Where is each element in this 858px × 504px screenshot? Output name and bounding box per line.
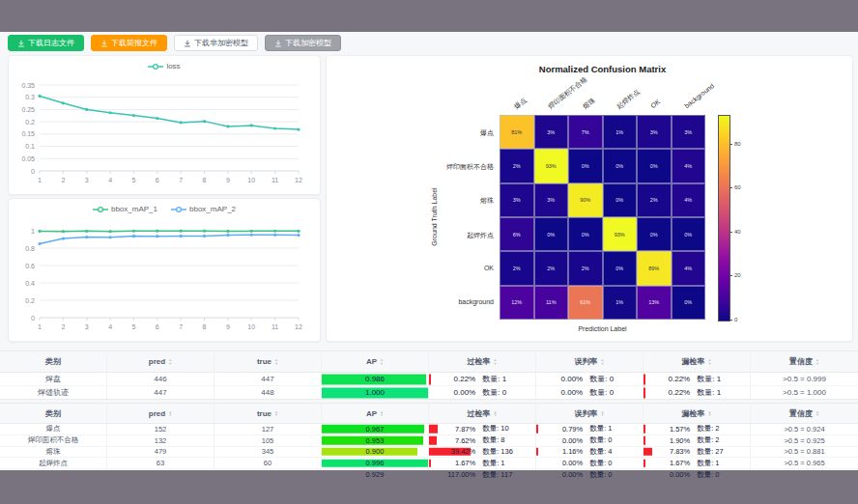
matrix-cell: 0% xyxy=(672,217,706,251)
count-value: 数量: 1 xyxy=(475,374,535,384)
sort-icon[interactable]: ▲▼ xyxy=(380,358,384,365)
sort-icon[interactable]: ▲▼ xyxy=(601,358,605,365)
column-header-pred[interactable]: pred▲▼ xyxy=(107,351,214,372)
rate-text: 7.62%数量: 8 xyxy=(429,435,535,445)
count-value: 数量: 0 xyxy=(583,459,643,468)
cell-misrate: 0.79%数量: 1 xyxy=(536,424,644,434)
svg-text:11: 11 xyxy=(272,177,278,183)
matrix-cell: 90% xyxy=(568,183,603,217)
column-header-true[interactable]: true▲▼ xyxy=(214,404,322,423)
rate-value: 0.00% xyxy=(536,375,583,383)
rate-value: 1.67% xyxy=(644,459,690,467)
column-header-AP[interactable]: AP▲▼ xyxy=(322,404,429,423)
column-header-漏检率[interactable]: 漏检率▲▼ xyxy=(644,404,751,423)
download-button-1[interactable]: 下载简报文件 xyxy=(91,35,167,51)
confusion-matrix-xlabel: Prediction Label xyxy=(500,325,705,332)
rate-value: 39.42% xyxy=(429,447,475,456)
cell-true: 447 xyxy=(214,373,322,385)
count-value: 数量: 10 xyxy=(475,424,535,434)
rate-text: 0.79%数量: 1 xyxy=(536,424,643,434)
column-header-过检率[interactable]: 过检率▲▼ xyxy=(429,351,536,372)
legend-item-bbox_mAP_2[interactable]: bbox_mAP_2 xyxy=(171,205,236,213)
sort-icon[interactable]: ▲▼ xyxy=(708,410,712,417)
rate-text: 0.22%数量: 1 xyxy=(644,387,750,398)
column-header-置信度[interactable]: 置信度▲▼ xyxy=(751,404,858,423)
cell-true: 105 xyxy=(214,435,322,446)
sort-icon[interactable]: ▲▼ xyxy=(168,358,172,365)
ap-value: 0.986 xyxy=(322,375,428,383)
matrix-cell: 0% xyxy=(603,183,638,217)
svg-text:5: 5 xyxy=(132,323,136,330)
ap-value: 1.000 xyxy=(322,388,428,397)
cell-cls: 爆点 xyxy=(0,424,107,434)
legend-label: bbox_mAP_2 xyxy=(189,205,236,213)
table-row: 熔珠4793450.90039.42%数量: 1361.16%数量: 47.83… xyxy=(0,447,858,459)
table-row: 焊缝轨迹4474481.0000.00%数量: 00.00%数量: 00.22%… xyxy=(0,386,858,399)
matrix-cell: 4% xyxy=(672,183,706,217)
column-header-label: 误判率 xyxy=(575,408,598,419)
map-chart-legend: bbox_mAP_1bbox_mAP_2 xyxy=(9,205,320,213)
rate-text: 39.42%数量: 136 xyxy=(429,447,535,457)
column-header-过检率[interactable]: 过检率▲▼ xyxy=(429,404,536,423)
rate-text: 7.83%数量: 27 xyxy=(644,447,750,457)
column-header-误判率[interactable]: 误判率▲▼ xyxy=(536,404,644,423)
column-header-漏检率[interactable]: 漏检率▲▼ xyxy=(644,351,751,372)
ap-value: 0.900 xyxy=(322,447,428,456)
matrix-cell: 0% xyxy=(603,251,638,285)
cell-pred: 479 xyxy=(107,447,214,458)
rate-text: 1.90%数量: 2 xyxy=(644,435,750,445)
svg-text:0.35: 0.35 xyxy=(21,82,35,89)
sort-icon[interactable]: ▲▼ xyxy=(380,410,384,417)
download-button-0[interactable]: 下载日志文件 xyxy=(8,35,84,51)
window-chrome-top xyxy=(0,0,858,32)
legend-item-bbox_mAP_1[interactable]: bbox_mAP_1 xyxy=(93,205,157,213)
svg-text:11: 11 xyxy=(272,323,278,330)
matrix-cell: 0% xyxy=(637,217,672,251)
matrix-cell: 2% xyxy=(534,251,569,285)
matrix-col-label: OK xyxy=(649,98,662,110)
svg-text:7: 7 xyxy=(179,177,183,183)
sort-icon[interactable]: ▲▼ xyxy=(274,358,278,365)
loss-chart-legend: loss xyxy=(9,62,320,70)
svg-text:5: 5 xyxy=(132,177,136,183)
colorbar-tick xyxy=(729,275,732,276)
matrix-cell: 0% xyxy=(568,149,603,182)
matrix-cell: 4% xyxy=(672,251,706,285)
column-header-pred[interactable]: pred▲▼ xyxy=(107,404,214,423)
ap-value: 0.967 xyxy=(322,425,428,434)
column-header-label: 漏检率 xyxy=(682,356,705,367)
metrics-table: 类别pred▲▼true▲▼AP▲▼过检率▲▼误判率▲▼漏检率▲▼置信度▲▼爆点… xyxy=(0,403,858,481)
metrics-table: 类别pred▲▼true▲▼AP▲▼过检率▲▼误判率▲▼漏检率▲▼置信度▲▼焊盘… xyxy=(0,350,858,400)
ap-value: 0.929 xyxy=(322,470,428,479)
sort-icon[interactable]: ▲▼ xyxy=(494,410,498,417)
download-icon xyxy=(184,40,191,47)
column-header-true[interactable]: true▲▼ xyxy=(214,351,322,372)
matrix-col-label: 起焊炸点 xyxy=(615,87,641,110)
column-header-label: AP xyxy=(366,409,377,418)
sort-icon[interactable]: ▲▼ xyxy=(601,410,605,417)
sort-icon[interactable]: ▲▼ xyxy=(274,410,278,417)
matrix-col-label: 爆点 xyxy=(512,96,528,110)
legend-item-loss[interactable]: loss xyxy=(148,62,180,70)
matrix-cell: 3% xyxy=(534,183,569,217)
sort-icon[interactable]: ▲▼ xyxy=(815,410,819,417)
svg-text:0.05: 0.05 xyxy=(21,155,35,162)
cell-misrate: 0.00%数量: 0 xyxy=(536,435,644,446)
sort-icon[interactable]: ▲▼ xyxy=(168,410,172,417)
column-header-误判率[interactable]: 误判率▲▼ xyxy=(536,351,644,372)
download-button-2[interactable]: 下载非加密模型 xyxy=(174,35,258,51)
sort-icon[interactable]: ▲▼ xyxy=(494,358,498,365)
svg-text:10: 10 xyxy=(247,177,255,183)
colorbar-tick xyxy=(729,187,732,188)
rate-text: 0.00%数量: 0 xyxy=(536,459,643,468)
column-header-AP[interactable]: AP▲▼ xyxy=(322,351,429,372)
svg-text:1: 1 xyxy=(31,228,35,235)
cell-cls: 熔珠 xyxy=(0,447,107,458)
sort-icon[interactable]: ▲▼ xyxy=(708,358,712,365)
cell-cls: 起焊炸点 xyxy=(0,458,107,468)
sort-icon[interactable]: ▲▼ xyxy=(815,358,819,365)
download-button-3[interactable]: 下载加密模型 xyxy=(265,35,341,51)
svg-text:3: 3 xyxy=(85,323,89,330)
matrix-cell: 0% xyxy=(568,217,603,251)
column-header-置信度[interactable]: 置信度▲▼ xyxy=(751,351,858,372)
